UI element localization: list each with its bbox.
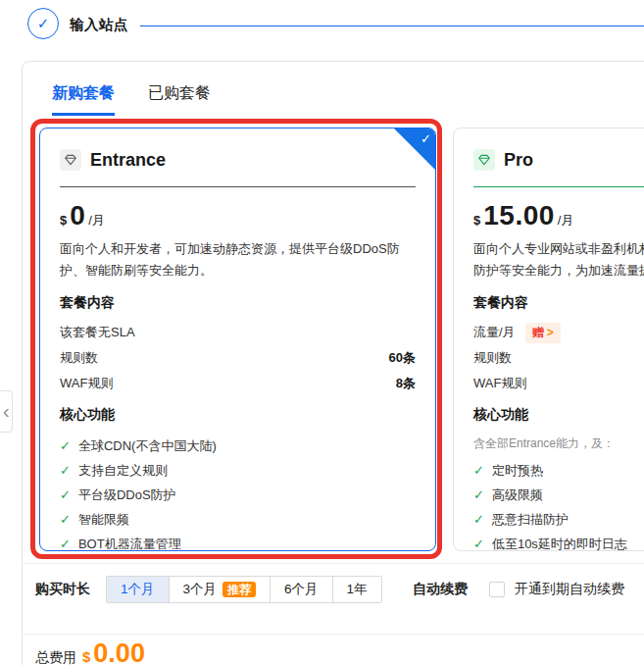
step-connector-line [140, 26, 644, 26]
description-line: 面向个人专业网站或非盈利机构，提 [473, 238, 644, 260]
feature-label: BOT机器流量管理 [78, 536, 181, 552]
rules-row: 规则数 [473, 348, 644, 368]
feature-label: 高级限频 [492, 486, 543, 504]
plan-description: 面向个人和开发者，可加速动静态资源，提供平台级DDoS防护、智能防刷等安全能力。 [60, 238, 416, 281]
row-label: WAF规则 [473, 375, 526, 392]
price-unit: /月 [88, 212, 105, 230]
feature-list: 含全部Entrance能力，及： 定时预热 高级限频 恶意扫描防护 低至10s延… [473, 434, 644, 551]
auto-renew-checkbox[interactable] [489, 582, 505, 597]
auto-renew-text[interactable]: 开通到期自动续费 [515, 581, 624, 598]
duration-option-3months[interactable]: 3个月推荐 [169, 577, 271, 602]
feature-item: 低至10s延时的即时日志 [473, 532, 644, 551]
plan-content-rows: 流量/月赠> 规则数 WAF规则 [473, 323, 644, 393]
plan-panel: 新购套餐 已购套餐 Entrance $ 0 [22, 61, 644, 665]
sla-row: 该套餐无SLA [60, 323, 416, 342]
feature-item: BOT机器流量管理 [60, 532, 416, 551]
waf-row: WAF规则 8条 [60, 374, 416, 393]
price-unit: /月 [558, 212, 574, 230]
price: $ 0 /月 [60, 200, 416, 230]
tab-bar: 新购套餐 已购套餐 [52, 83, 211, 116]
currency-symbol: $ [60, 213, 67, 228]
duration-option-1year[interactable]: 1年 [332, 577, 381, 602]
feature-label: 定时预热 [492, 462, 543, 480]
feature-item: 支持自定义规则 [60, 458, 416, 483]
row-label: WAF规则 [60, 375, 113, 392]
check-icon [60, 512, 71, 527]
gem-icon [60, 149, 81, 171]
row-label: 流量/月 [473, 325, 516, 339]
recommend-badge: 推荐 [223, 582, 256, 597]
auto-renew-label: 自动续费 [413, 581, 468, 598]
plan-name: Pro [504, 150, 533, 171]
price: $ 15.00 /月 [473, 200, 644, 230]
check-icon [60, 463, 71, 478]
feature-label: 低至10s延时的即时日志 [492, 536, 627, 552]
selected-check-icon [394, 128, 435, 170]
option-label: 6个月 [284, 581, 319, 598]
traffic-row-left: 流量/月赠> [473, 323, 561, 343]
total-currency-symbol: $ [82, 648, 90, 665]
plan-content-rows: 该套餐无SLA 规则数 60条 WAF规则 8条 [60, 323, 416, 393]
plan-header: Pro [473, 148, 644, 172]
check-icon [473, 512, 484, 527]
step-title: 输入站点 [70, 16, 128, 34]
check-icon [473, 463, 484, 478]
option-label: 3个月 [183, 581, 218, 598]
auto-renew-row: 自动续费 开通到期自动续费 [413, 576, 624, 603]
feature-item: 平台级DDoS防护 [60, 483, 416, 507]
purchase-duration-row: 购买时长 1个月 3个月推荐 6个月 1年 [35, 576, 382, 603]
feature-item: 定时预热 [473, 458, 644, 483]
feature-list: 全球CDN(不含中国大陆) 支持自定义规则 平台级DDoS防护 智能限频 BOT… [60, 434, 416, 551]
step-check-icon [27, 8, 59, 39]
screen: 输入站点 新购套餐 已购套餐 Entrance [0, 0, 644, 665]
arrow-right-icon: > [547, 326, 554, 339]
rules-row: 规则数 60条 [60, 348, 416, 368]
gift-badge[interactable]: 赠> [525, 323, 561, 343]
feature-label: 平台级DDoS防护 [78, 486, 176, 504]
sla-note: 该套餐无SLA [60, 324, 135, 341]
features-section-title: 核心功能 [60, 406, 416, 424]
feature-item: 恶意扫描防护 [473, 507, 644, 532]
duration-option-1month[interactable]: 1个月 [107, 577, 169, 602]
plan-card-entrance[interactable]: Entrance $ 0 /月 面向个人和开发者，可加速动静态资源，提供平台级D… [39, 128, 436, 551]
price-amount: 15.00 [483, 200, 555, 231]
plan-card-pro[interactable]: Pro $ 15.00 /月 面向个人专业网站或非盈利机构，提 防护等安全能力，… [453, 128, 644, 551]
divider [23, 563, 644, 564]
plan-name: Entrance [90, 150, 166, 171]
step-header: 输入站点 [0, 0, 644, 55]
feature-label: 恶意扫描防护 [492, 511, 569, 529]
feature-item: 全球CDN(不含中国大陆) [60, 434, 416, 458]
check-icon [60, 487, 71, 502]
total-cost-row: 总费用 $ 0.00 [35, 639, 145, 665]
check-icon [473, 487, 484, 502]
divider [23, 634, 644, 635]
row-value: 8条 [396, 375, 416, 392]
duration-option-6months[interactable]: 6个月 [270, 577, 332, 602]
check-icon [60, 537, 71, 551]
purchase-duration-label: 购买时长 [35, 581, 90, 598]
feature-label: 支持自定义规则 [78, 462, 168, 480]
row-label: 规则数 [473, 349, 512, 367]
feature-item: 智能限频 [60, 507, 416, 532]
features-note: 含全部Entrance能力，及： [473, 434, 644, 458]
currency-symbol: $ [473, 213, 480, 228]
total-cost-label: 总费用 [35, 649, 76, 665]
content-section-title: 套餐内容 [60, 294, 416, 312]
feature-item: 高级限频 [473, 483, 644, 507]
tab-purchased-plans[interactable]: 已购套餐 [148, 83, 211, 116]
row-label: 规则数 [60, 349, 98, 367]
option-label: 1个月 [121, 581, 155, 598]
divider [473, 186, 644, 187]
plan-description: 面向个人专业网站或非盈利机构，提 防护等安全能力，为加速流量提供更 [473, 238, 644, 281]
divider [60, 186, 416, 187]
content-section-title: 套餐内容 [473, 294, 644, 312]
plan-cards: Entrance $ 0 /月 面向个人和开发者，可加速动静态资源，提供平台级D… [39, 128, 644, 551]
features-section-title: 核心功能 [473, 406, 644, 424]
carousel-prev-button[interactable] [0, 390, 13, 433]
row-value: 60条 [389, 349, 416, 367]
gift-badge-label: 赠 [532, 325, 544, 341]
gem-icon [473, 149, 495, 171]
plan-header: Entrance [60, 148, 416, 172]
total-amount: 0.00 [93, 639, 145, 665]
tab-new-plans[interactable]: 新购套餐 [52, 83, 115, 116]
